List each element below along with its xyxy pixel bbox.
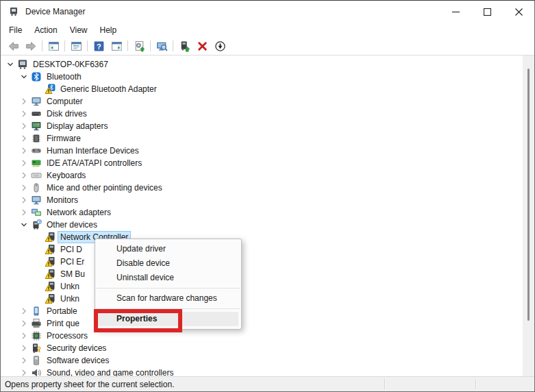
device-manager-app-icon [8,6,19,17]
chevron-right-icon[interactable] [18,367,31,376]
tree-item-sm-bus[interactable]: SM Bu [1,268,523,280]
tree-item-pci-device[interactable]: PCI D [1,243,523,256]
statusbar-separator [384,379,385,389]
device-warning-icon [45,269,57,280]
close-button[interactable] [503,1,534,23]
back-button[interactable] [4,38,22,53]
help-button[interactable] [90,38,108,53]
toolbar-separator [64,40,65,51]
chevron-right-icon[interactable] [18,96,31,107]
show-console-tree-icon [48,40,60,52]
tree-item-unknown-device[interactable]: Unkn [1,280,523,293]
chevron-spacer [32,281,45,292]
tree-item-print-queues[interactable]: Print que [1,317,523,330]
tree-item-sound-video-game-controllers[interactable]: Sound, video and game controllers [1,367,523,376]
show-console-tree-button[interactable] [45,38,62,53]
uninstall-device-button[interactable] [193,38,211,53]
tree-item-firmware[interactable]: Firmware [1,132,523,145]
tree-item-monitors[interactable]: Monitors [1,194,523,206]
disable-device-icon [214,40,226,52]
toolbar [1,37,534,56]
tree-item-other-devices[interactable]: Other devices [1,219,523,231]
chevron-right-icon[interactable] [18,121,31,132]
chevron-right-icon[interactable] [18,108,31,119]
menu-help[interactable]: Help [94,24,123,36]
ide-controller-icon [31,158,43,169]
chevron-right-icon[interactable] [18,343,31,354]
scrollbar-thumb[interactable] [527,69,530,321]
menu-view[interactable]: View [64,24,94,36]
chevron-spacer [32,232,45,243]
chevron-right-icon[interactable] [18,355,31,366]
chevron-down-icon[interactable] [18,71,31,82]
properties-toolbar-button[interactable] [67,38,85,53]
context-menu-item-update-driver[interactable]: Update driver [98,242,238,256]
tree-item-ide-ata-atapi-controllers[interactable]: IDE ATA/ATAPI controllers [1,157,523,169]
scan-hardware-changes-button[interactable] [153,38,171,53]
back-arrow-icon [8,40,19,52]
tree-item-security-devices[interactable]: Security devices [1,342,523,354]
update-device-drivers-button[interactable] [175,38,193,53]
scan-hardware-changes-icon [156,40,168,52]
context-menu-item-scan-for-hardware-changes[interactable]: Scan for hardware changes [98,291,238,306]
chevron-right-icon[interactable] [18,158,31,169]
device-warning-icon [45,232,57,243]
tree-item-desktop-0kf6367[interactable]: DESKTOP-0KF6367 [1,58,523,71]
update-driver-icon [134,40,145,52]
context-menu-item-disable-device[interactable]: Disable device [98,256,238,271]
chevron-right-icon[interactable] [18,145,31,156]
sound-icon [31,367,43,376]
tree-item-generic-bluetooth-adapter[interactable]: Generic Bluetooth Adapter [1,83,523,95]
disable-device-button[interactable] [211,38,229,53]
tree-item-portable-devices[interactable]: Portable [1,305,523,317]
properties-list-icon [71,40,82,52]
keyboard-icon [31,170,43,181]
tree-item-keyboards[interactable]: Keyboards [1,169,523,182]
tree-item-mice[interactable]: Mice and other pointing devices [1,182,523,194]
update-driver-button[interactable] [130,38,148,53]
tree-item-bluetooth[interactable]: Bluetooth [1,71,523,83]
maximize-button[interactable] [471,1,503,23]
chevron-right-icon[interactable] [18,170,31,181]
chevron-right-icon[interactable] [18,133,31,144]
tree-item-processors[interactable]: Processors [1,330,523,342]
menu-file[interactable]: File [3,24,28,36]
show-action-pane-button[interactable] [108,38,125,53]
update-device-drivers-icon [179,40,190,52]
hid-icon [31,145,43,156]
device-warning-icon [45,256,57,267]
chevron-right-icon[interactable] [18,195,31,206]
chevron-down-icon[interactable] [18,219,31,230]
context-menu-item-uninstall-device[interactable]: Uninstall device [98,271,238,285]
minimize-button[interactable] [440,1,471,23]
vertical-scrollbar[interactable] [523,56,534,376]
chevron-right-icon[interactable] [18,330,31,341]
chevron-right-icon[interactable] [18,207,31,218]
toolbar-separator [42,40,42,51]
device-manager-window: Device Manager File Action View Help [0,0,535,392]
chevron-down-icon[interactable] [5,59,17,70]
tree-item-disk-drives[interactable]: Disk drives [1,108,523,120]
tree-item-network-controller[interactable]: Network Controller [1,231,523,243]
tree-item-human-interface-devices[interactable]: Human Interface Devices [1,145,523,157]
tree-item-computer[interactable]: Computer [1,95,523,108]
tree-item-unknown-device-2[interactable]: Unkn [1,293,523,305]
bluetooth-warning-icon [45,84,57,95]
tree-item-display-adapters[interactable]: Display adapters [1,120,523,132]
forward-button[interactable] [22,38,40,53]
monitor-icon [31,195,43,206]
device-warning-icon [45,281,57,292]
menu-action[interactable]: Action [28,24,63,36]
device-tree-pane: DESKTOP-0KF6367 Bluetooth Generic Blueto… [1,56,534,376]
tree-item-software-devices[interactable]: Software devices [1,354,523,367]
device-warning-icon [45,293,57,304]
tree-item-pci-device-2[interactable]: PCI Er [1,256,523,268]
chevron-right-icon[interactable] [18,318,31,329]
chevron-spacer [32,244,45,255]
device-tree: DESKTOP-0KF6367 Bluetooth Generic Blueto… [1,58,523,376]
minimize-icon [452,8,460,16]
chevron-right-icon[interactable] [18,306,31,317]
chevron-right-icon[interactable] [18,182,31,193]
context-menu-separator [96,288,240,289]
tree-item-network-adapters[interactable]: Network adapters [1,206,523,219]
